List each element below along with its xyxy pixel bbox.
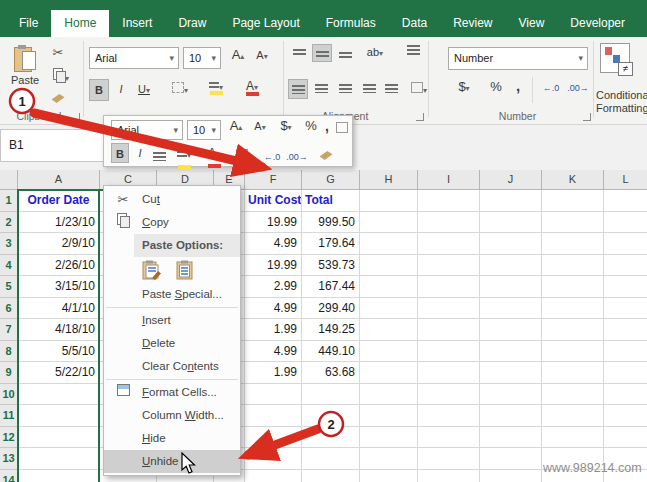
cell[interactable] [360,384,418,406]
cell[interactable] [418,341,480,363]
tab-view[interactable]: View [506,10,558,37]
conditional-formatting-button[interactable]: Conditional Formatting [596,89,647,115]
cell[interactable] [360,341,418,363]
alignment-dialog-launcher[interactable] [416,113,424,121]
cell[interactable] [604,341,647,363]
mini-shrink-font-button[interactable]: A▾ [250,116,270,136]
tab-draw[interactable]: Draw [165,10,219,37]
cell[interactable] [542,319,604,341]
cell[interactable] [418,362,480,384]
menu-item-column-width[interactable]: Column Width... [104,404,240,427]
menu-item-hide[interactable]: Hide [104,427,240,450]
shrink-font-button[interactable]: A▾ [252,49,272,61]
cell-f2[interactable]: 19.99 [245,212,302,234]
clipboard-dialog-launcher[interactable] [72,113,80,121]
cell[interactable] [418,190,480,212]
cell[interactable] [480,362,542,384]
menu-item-delete[interactable]: Delete [104,332,240,355]
cell[interactable] [604,276,647,298]
cell[interactable] [604,319,647,341]
paste-button[interactable]: Paste [5,41,45,115]
cell[interactable] [480,341,542,363]
cell[interactable] [418,212,480,234]
cell[interactable] [480,255,542,277]
row-header-7[interactable]: 7 [0,319,18,341]
cell-a5[interactable]: 3/15/10 [18,276,100,298]
cell[interactable] [542,255,604,277]
cell[interactable] [542,298,604,320]
align-middle-button[interactable] [312,44,332,62]
align-left-button[interactable] [288,79,308,99]
cell[interactable] [245,470,302,482]
orientation-button[interactable]: ab▾ [360,46,390,58]
cell[interactable] [18,384,100,406]
cell-g1[interactable]: Total [302,190,360,212]
cell-a7[interactable]: 4/18/10 [18,319,100,341]
cell-f7[interactable]: 1.99 [245,319,302,341]
cell-a3[interactable]: 2/9/10 [18,233,100,255]
cell-g8[interactable]: 449.10 [302,341,360,363]
column-header-h[interactable]: H [360,170,418,190]
mini-bold-button[interactable]: B [111,143,129,163]
cell-g4[interactable]: 539.73 [302,255,360,277]
cell[interactable] [245,405,302,427]
cell-a2[interactable]: 1/23/10 [18,212,100,234]
cell[interactable] [302,448,360,470]
number-format-combo[interactable]: Number ▾ [448,47,588,70]
font-color-button[interactable]: A▾ [238,79,266,96]
wrap-text-button[interactable] [404,45,422,58]
tab-file[interactable]: File [6,10,51,37]
mini-grow-font-button[interactable]: A▴ [226,116,246,136]
number-dialog-launcher[interactable] [583,113,591,121]
column-header-l[interactable]: L [604,170,647,190]
column-header-a[interactable]: A [18,170,100,190]
cell[interactable] [360,470,418,482]
row-header-3[interactable]: 3 [0,233,18,255]
cell[interactable] [604,298,647,320]
cell-f3[interactable]: 4.99 [245,233,302,255]
cell-g7[interactable]: 149.25 [302,319,360,341]
cell[interactable] [360,448,418,470]
merge-center-button[interactable]: ▾ [404,82,434,95]
font-size-combo[interactable]: 10 ▾ [183,47,221,69]
cell[interactable] [360,190,418,212]
cell[interactable] [360,362,418,384]
font-name-combo[interactable]: Arial ▾ [89,47,179,69]
cell[interactable] [245,448,302,470]
cell[interactable] [418,405,480,427]
cell[interactable] [418,276,480,298]
cell[interactable] [360,319,418,341]
cell[interactable] [418,255,480,277]
cell[interactable] [480,233,542,255]
cell[interactable] [18,427,100,449]
cell-g3[interactable]: 179.64 [302,233,360,255]
column-header-j[interactable]: J [480,170,542,190]
cell[interactable] [604,362,647,384]
cell-f9[interactable]: 1.99 [245,362,302,384]
row-header-9[interactable]: 9 [0,362,18,384]
mini-percent-button[interactable]: % [302,116,320,136]
cell[interactable] [360,212,418,234]
cell[interactable] [18,470,100,482]
row-header-11[interactable]: 11 [0,405,18,427]
align-top-button[interactable] [290,46,308,58]
cell[interactable] [542,276,604,298]
cell-f5[interactable]: 2.99 [245,276,302,298]
comma-style-button[interactable]: , [512,77,524,94]
cell[interactable] [604,212,647,234]
tab-home[interactable]: Home [51,10,109,37]
menu-item-clear-contents[interactable]: Clear Contents [104,355,240,378]
cell[interactable] [418,448,480,470]
cell-g2[interactable]: 999.50 [302,212,360,234]
row-header-13[interactable]: 13 [0,448,18,470]
cell[interactable] [418,233,480,255]
cell[interactable] [245,427,302,449]
increase-decimal-button[interactable]: ←.0 [540,83,562,93]
cell[interactable] [302,427,360,449]
cell[interactable] [480,448,542,470]
cell[interactable] [542,427,604,449]
cell[interactable] [604,384,647,406]
cell[interactable] [360,276,418,298]
cell-f1[interactable]: Unit Cost [245,190,302,212]
cell[interactable] [480,298,542,320]
